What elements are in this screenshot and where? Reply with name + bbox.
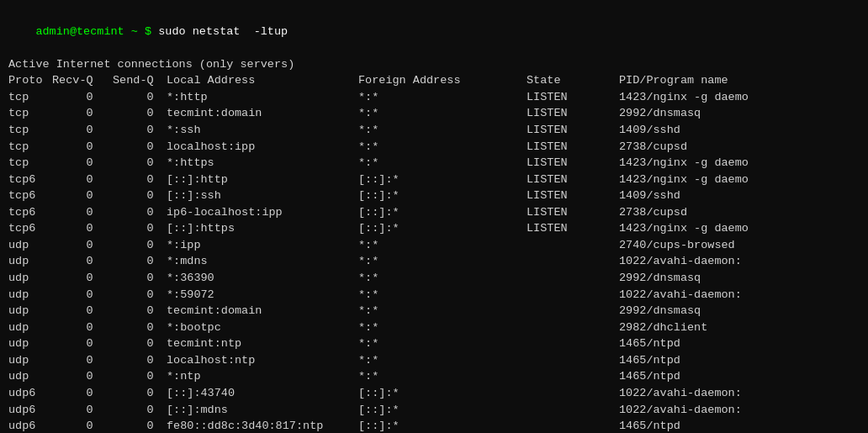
terminal-window: admin@tecmint ~ $ sudo netstat -ltup Act… <box>8 7 860 426</box>
cell-recv: 0 <box>52 105 113 122</box>
cell-local: [::]:https <box>167 220 358 237</box>
cell-state <box>527 402 619 419</box>
header-recv: Recv-Q <box>52 72 113 89</box>
cell-proto: tcp <box>8 139 52 156</box>
table-row: udp6 0 0 fe80::dd8c:3d40:817:ntp [::]:* … <box>8 418 860 433</box>
cell-foreign: *:* <box>358 139 527 156</box>
cell-proto: udp <box>8 270 52 287</box>
cell-local: [::]:mdns <box>167 402 358 419</box>
cell-foreign: *:* <box>358 352 527 369</box>
cell-recv: 0 <box>52 418 113 433</box>
cell-recv: 0 <box>52 402 113 419</box>
cell-pid: 2740/cups-browsed <box>619 237 735 254</box>
table-row: udp 0 0 *:59072 *:* 1022/avahi-daemon: <box>8 287 860 304</box>
cell-state <box>527 385 619 402</box>
cell-state <box>527 303 619 319</box>
cell-proto: udp6 <box>8 385 52 402</box>
column-header-row: ProtoRecv-QSend-QLocal Address Foreign A… <box>8 72 860 89</box>
cell-foreign: *:* <box>358 287 527 304</box>
cell-foreign: *:* <box>358 335 527 352</box>
cell-proto: udp <box>8 368 52 385</box>
table-row: tcp6 0 0 [::]:https [::]:* LISTEN 1423/n… <box>8 220 860 237</box>
cell-proto: tcp6 <box>8 172 52 188</box>
cell-recv: 0 <box>52 253 113 270</box>
cell-foreign: [::]:* <box>358 172 527 188</box>
cell-recv: 0 <box>52 204 113 221</box>
table-row: udp 0 0 tecmint:ntp *:* 1465/ntpd <box>8 335 860 352</box>
table-row: tcp 0 0 localhost:ipp *:* LISTEN 2738/cu… <box>8 139 860 156</box>
cell-local: localhost:ntp <box>167 352 358 369</box>
cell-state: LISTEN <box>527 220 619 237</box>
cell-local: *:mdns <box>167 253 358 270</box>
table-row: udp6 0 0 [::]:43740 [::]:* 1022/avahi-da… <box>8 385 860 402</box>
cell-pid: 1423/nginx -g daemo <box>619 155 749 172</box>
cell-pid: 1423/nginx -g daemo <box>619 172 749 188</box>
cell-proto: tcp <box>8 155 52 172</box>
cell-foreign: [::]:* <box>358 220 527 237</box>
cell-proto: tcp6 <box>8 187 52 204</box>
cell-state: LISTEN <box>527 105 619 122</box>
cell-state <box>527 253 619 270</box>
table-row: tcp 0 0 *:http *:* LISTEN 1423/nginx -g … <box>8 89 860 106</box>
cell-proto: udp6 <box>8 402 52 419</box>
cell-local: tecmint:domain <box>167 105 358 122</box>
cell-recv: 0 <box>52 237 113 254</box>
table-row: udp 0 0 localhost:ntp *:* 1465/ntpd <box>8 352 860 369</box>
table-row: tcp6 0 0 [::]:http [::]:* LISTEN 1423/ng… <box>8 172 860 188</box>
cell-send: 0 <box>113 89 167 106</box>
active-connections-header: Active Internet connections (only server… <box>8 56 860 73</box>
cell-pid: 2992/dnsmasq <box>619 270 701 287</box>
cell-local: ip6-localhost:ipp <box>167 204 358 221</box>
cell-send: 0 <box>113 220 167 237</box>
cell-send: 0 <box>113 335 167 352</box>
command: sudo netstat -ltup <box>158 25 288 38</box>
cell-proto: tcp6 <box>8 204 52 221</box>
table-row: udp 0 0 *:bootpc *:* 2982/dhclient <box>8 319 860 336</box>
cell-recv: 0 <box>52 187 113 204</box>
cell-pid: 1465/ntpd <box>619 352 680 369</box>
cell-local: localhost:ipp <box>167 139 358 156</box>
header-foreign: Foreign Address <box>358 72 527 89</box>
cell-foreign: *:* <box>358 270 527 287</box>
cell-local: *:59072 <box>167 287 358 304</box>
table-row: udp6 0 0 [::]:mdns [::]:* 1022/avahi-dae… <box>8 402 860 419</box>
cell-send: 0 <box>113 187 167 204</box>
cell-pid: 1423/nginx -g daemo <box>619 89 749 106</box>
header-local: Local Address <box>167 72 358 89</box>
cell-send: 0 <box>113 287 167 304</box>
cell-state: LISTEN <box>527 155 619 172</box>
cell-local: *:http <box>167 89 358 106</box>
cell-send: 0 <box>113 155 167 172</box>
cell-send: 0 <box>113 237 167 254</box>
cell-foreign: [::]:* <box>358 204 527 221</box>
table-row: tcp 0 0 *:ssh *:* LISTEN 1409/sshd <box>8 122 860 139</box>
cell-proto: udp <box>8 237 52 254</box>
cell-proto: udp <box>8 319 52 336</box>
cell-recv: 0 <box>52 270 113 287</box>
cell-recv: 0 <box>52 89 113 106</box>
cell-state <box>527 319 619 336</box>
cell-foreign: *:* <box>358 122 527 139</box>
prompt1: admin@tecmint ~ $ <box>35 25 158 38</box>
cell-local: *:36390 <box>167 270 358 287</box>
table-row: tcp6 0 0 ip6-localhost:ipp [::]:* LISTEN… <box>8 204 860 221</box>
cell-pid: 1423/nginx -g daemo <box>619 220 749 237</box>
cell-local: *:ipp <box>167 237 358 254</box>
cell-local: tecmint:domain <box>167 303 358 319</box>
table-row: tcp 0 0 *:https *:* LISTEN 1423/nginx -g… <box>8 155 860 172</box>
header-send: Send-Q <box>113 72 167 89</box>
cell-state <box>527 368 619 385</box>
cell-send: 0 <box>113 139 167 156</box>
cell-send: 0 <box>113 303 167 319</box>
header-state: State <box>527 72 619 89</box>
cell-send: 0 <box>113 105 167 122</box>
cell-proto: udp <box>8 253 52 270</box>
cell-pid: 1465/ntpd <box>619 335 680 352</box>
cell-recv: 0 <box>52 139 113 156</box>
cell-recv: 0 <box>52 385 113 402</box>
cell-pid: 1465/ntpd <box>619 418 680 433</box>
cell-recv: 0 <box>52 122 113 139</box>
cell-foreign: *:* <box>358 155 527 172</box>
cell-pid: 1022/avahi-daemon: <box>619 385 742 402</box>
cell-state <box>527 287 619 304</box>
